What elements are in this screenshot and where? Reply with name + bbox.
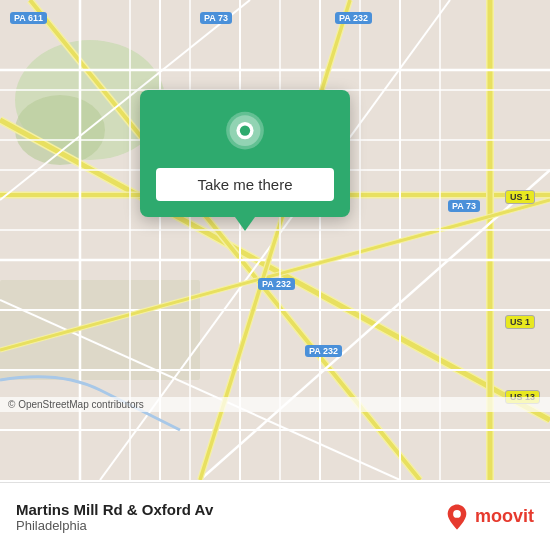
map-container: PA 611 PA 73 PA 232 US 1 PA 73 PA 232 US… [0,0,550,480]
road-badge-pa611: PA 611 [10,12,47,24]
attribution-bar: © OpenStreetMap contributors [0,397,550,412]
moovit-pin-icon [443,503,471,531]
location-title: Martins Mill Rd & Oxford Av [16,501,443,518]
bottom-bar: Martins Mill Rd & Oxford Av Philadelphia… [0,482,550,550]
road-badge-us1-top: US 1 [505,190,535,204]
take-me-there-button[interactable]: Take me there [156,168,334,201]
moovit-label: moovit [475,506,534,527]
road-badge-pa73-right: PA 73 [448,200,480,212]
svg-point-42 [240,125,250,135]
svg-point-43 [453,510,461,518]
moovit-logo: moovit [443,503,534,531]
road-badge-pa232-bot: PA 232 [305,345,342,357]
road-badge-pa232-top: PA 232 [335,12,372,24]
svg-rect-3 [0,280,200,380]
location-pin-icon [221,110,269,158]
road-badge-us1-bot: US 1 [505,315,535,329]
attribution-text: © OpenStreetMap contributors [8,399,144,410]
bottom-bar-text: Martins Mill Rd & Oxford Av Philadelphia [16,501,443,533]
popup-card: Take me there [140,90,350,217]
road-badge-pa73-top: PA 73 [200,12,232,24]
location-subtitle: Philadelphia [16,518,443,533]
road-badge-pa232-mid: PA 232 [258,278,295,290]
